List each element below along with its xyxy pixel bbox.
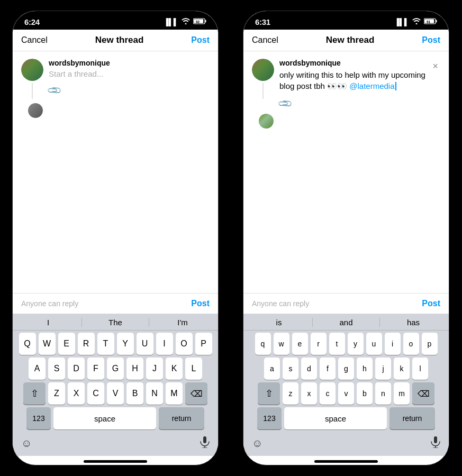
svg-rect-1 <box>205 20 206 23</box>
cancel-button-1[interactable]: Cancel <box>21 35 48 45</box>
emoji-icon-1[interactable]: ☺ <box>21 437 32 450</box>
post-btn-1[interactable]: Post <box>191 299 210 308</box>
key-k[interactable]: k <box>394 358 410 380</box>
status-time-1: 6:24 <box>24 17 40 26</box>
key-j[interactable]: j <box>375 358 391 380</box>
svg-rect-11 <box>434 436 437 443</box>
key-Y[interactable]: Y <box>117 333 134 355</box>
key-K[interactable]: K <box>166 358 183 380</box>
key-n[interactable]: n <box>375 382 391 405</box>
post-button-2[interactable]: Post <box>422 35 440 45</box>
key-D[interactable]: D <box>68 358 85 380</box>
key-Z[interactable]: Z <box>48 382 65 405</box>
key-S[interactable]: S <box>48 358 65 380</box>
key-g[interactable]: g <box>338 358 354 380</box>
key-w[interactable]: w <box>274 333 289 355</box>
shift-key-1[interactable]: ⇧ <box>23 382 46 405</box>
keyboard-bottom-1: ☺ <box>13 433 218 456</box>
attachment-icon-2[interactable]: 📎 <box>277 95 293 112</box>
key-s[interactable]: s <box>283 358 298 380</box>
mic-icon-2[interactable] <box>431 436 440 451</box>
key-y[interactable]: y <box>348 333 364 355</box>
compose-placeholder-1[interactable]: Start a thread... <box>49 69 210 78</box>
space-key-1[interactable]: space <box>53 407 156 429</box>
key-C[interactable]: C <box>87 382 104 405</box>
attachment-icon-1[interactable]: 📎 <box>46 82 62 98</box>
nav-title-2: New thread <box>326 35 375 45</box>
key-p[interactable]: p <box>422 333 438 355</box>
key-r[interactable]: r <box>311 333 327 355</box>
autocomplete-word-1-2[interactable]: I'm <box>149 318 216 327</box>
key-N[interactable]: N <box>146 382 163 405</box>
key-row-2-1: a s d f g h j k l <box>245 358 447 380</box>
key-l[interactable]: l <box>412 358 428 380</box>
key-H[interactable]: H <box>126 358 143 380</box>
thread-row-2: wordsbymonique × only writing this to he… <box>252 59 440 109</box>
key-J[interactable]: J <box>146 358 163 380</box>
key-P[interactable]: P <box>195 333 212 355</box>
key-x[interactable]: x <box>301 382 317 405</box>
secondary-avatar-1 <box>28 103 43 118</box>
key-row-1-2: ⇧ Z X C V B N M ⌫ <box>14 382 216 405</box>
key-Q[interactable]: Q <box>19 333 36 355</box>
post-btn-2[interactable]: Post <box>422 299 440 308</box>
svg-rect-8 <box>436 20 437 23</box>
key-u[interactable]: u <box>366 333 382 355</box>
compose-text-2[interactable]: only writing this to help with my upcomi… <box>279 69 440 91</box>
key-t[interactable]: t <box>329 333 345 355</box>
return-key-1[interactable]: return <box>159 407 204 429</box>
emoji-icon-2[interactable]: ☺ <box>252 437 262 450</box>
key-d[interactable]: d <box>301 358 317 380</box>
key-b[interactable]: b <box>357 382 373 405</box>
key-B[interactable]: B <box>126 382 143 405</box>
key-v[interactable]: v <box>338 382 354 405</box>
key-V[interactable]: V <box>107 382 124 405</box>
autocomplete-word-2-2[interactable]: has <box>380 318 447 327</box>
backspace-key-2[interactable]: ⌫ <box>412 382 434 405</box>
key-i[interactable]: i <box>385 333 401 355</box>
key-R[interactable]: R <box>78 333 95 355</box>
secondary-avatar-img-2 <box>259 114 274 129</box>
autocomplete-word-1-0[interactable]: I <box>15 318 82 327</box>
key-f[interactable]: f <box>320 358 336 380</box>
key-c[interactable]: c <box>320 382 336 405</box>
key-a[interactable]: a <box>264 358 280 380</box>
key-e[interactable]: e <box>292 333 308 355</box>
key-E[interactable]: E <box>58 333 75 355</box>
key-G[interactable]: G <box>107 358 124 380</box>
key-M[interactable]: M <box>166 382 183 405</box>
autocomplete-word-1-1[interactable]: The <box>82 318 149 327</box>
key-o[interactable]: o <box>403 333 419 355</box>
shift-key-2[interactable]: ⇧ <box>258 382 280 405</box>
key-L[interactable]: L <box>185 358 202 380</box>
key-h[interactable]: h <box>357 358 373 380</box>
keyboard-2: is and has q w e r t y u <box>243 314 449 456</box>
space-key-2[interactable]: space <box>284 407 387 429</box>
key-T[interactable]: T <box>97 333 114 355</box>
key-A[interactable]: A <box>29 358 46 380</box>
key-123-1[interactable]: 123 <box>26 407 51 429</box>
phone-2-frame: 6:31 ▐▌▌ 91 Cancel New thread Post <box>243 11 449 465</box>
autocomplete-word-2-0[interactable]: is <box>246 318 313 327</box>
autocomplete-word-2-1[interactable]: and <box>313 318 380 327</box>
key-q[interactable]: q <box>255 333 271 355</box>
key-m[interactable]: m <box>394 382 410 405</box>
key-W[interactable]: W <box>39 333 56 355</box>
close-btn-2[interactable]: × <box>430 59 440 74</box>
key-row-2-0: q w e r t y u i o p <box>245 333 447 355</box>
return-key-2[interactable]: return <box>389 407 435 429</box>
key-z[interactable]: z <box>283 382 298 405</box>
key-123-2[interactable]: 123 <box>257 407 282 429</box>
backspace-key-1[interactable]: ⌫ <box>185 382 207 405</box>
avatar-img-2 <box>252 59 274 81</box>
key-X[interactable]: X <box>68 382 85 405</box>
mic-icon-1[interactable] <box>200 436 210 451</box>
key-U[interactable]: U <box>137 333 153 355</box>
cancel-button-2[interactable]: Cancel <box>252 35 278 45</box>
key-I[interactable]: I <box>156 333 173 355</box>
thread-line-1 <box>32 83 33 99</box>
key-F[interactable]: F <box>87 358 104 380</box>
secondary-avatar-img-1 <box>28 103 43 118</box>
key-O[interactable]: O <box>176 333 193 355</box>
post-button-1[interactable]: Post <box>191 35 210 45</box>
